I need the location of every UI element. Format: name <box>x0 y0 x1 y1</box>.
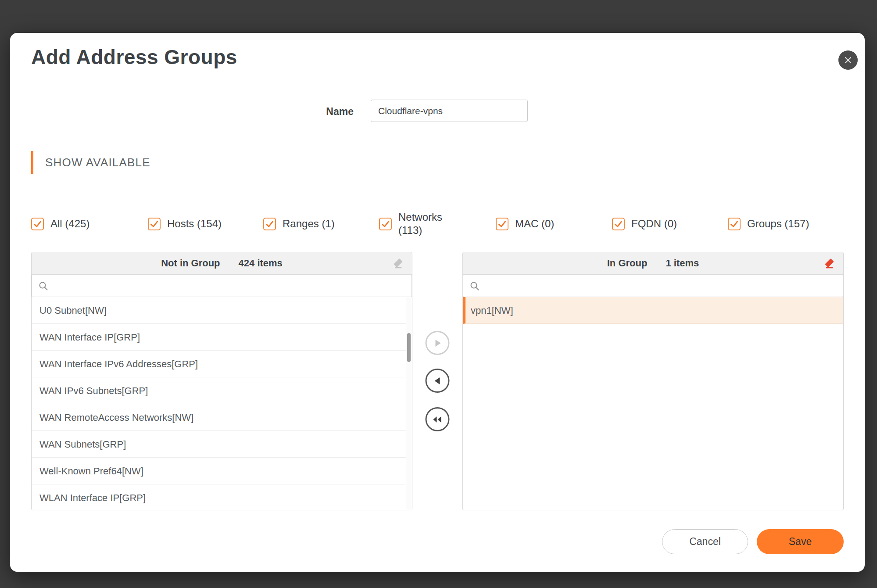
not-in-group-count: 424 items <box>239 258 283 269</box>
scrollbar-thumb[interactable] <box>407 333 411 362</box>
check-icon <box>381 219 390 229</box>
list-item[interactable]: WAN Subnets[GRP] <box>32 431 412 458</box>
filter-fqdn: FQDN (0) <box>612 208 677 239</box>
eraser-icon <box>823 257 835 269</box>
in-group-panel: In Group 1 items vpn1[NW] <box>462 252 844 510</box>
in-group-search <box>463 275 843 297</box>
filter-all: All (425) <box>31 208 89 239</box>
in-group-title: In Group <box>607 258 648 269</box>
in-group-header: In Group 1 items <box>463 252 843 275</box>
double-arrow-left-icon <box>432 415 443 424</box>
list-item[interactable]: WLAN Interface IP[GRP] <box>32 484 412 510</box>
checkbox-ranges[interactable] <box>263 218 276 230</box>
close-icon <box>844 56 852 64</box>
cancel-button[interactable]: Cancel <box>662 529 748 554</box>
not-in-group-panel: Not in Group 424 items U0 Subnet[NW] WAN… <box>31 252 412 510</box>
filter-hosts: Hosts (154) <box>148 208 222 239</box>
list-item[interactable]: WAN Interface IPv6 Addresses[GRP] <box>32 351 412 377</box>
show-available-label: SHOW AVAILABLE <box>45 156 150 169</box>
move-left-button[interactable] <box>426 369 450 393</box>
not-in-group-search-input[interactable] <box>53 275 405 297</box>
checkbox-mac[interactable] <box>496 218 508 230</box>
list-item[interactable]: U0 Subnet[NW] <box>32 297 412 324</box>
filter-networks-label: Networks (113) <box>398 211 449 237</box>
checkbox-networks[interactable] <box>379 218 392 230</box>
add-address-groups-dialog: Add Address Groups Name SHOW AVAILABLE A… <box>10 33 865 572</box>
list-item[interactable]: Well-Known Pref64[NW] <box>32 458 412 484</box>
move-right-button[interactable] <box>426 331 450 355</box>
filter-mac: MAC (0) <box>496 208 554 239</box>
list-item[interactable]: WAN IPv6 Subnets[GRP] <box>32 377 412 404</box>
check-icon <box>498 219 507 229</box>
show-available-header: SHOW AVAILABLE <box>31 151 150 174</box>
not-in-group-header: Not in Group 424 items <box>32 252 412 275</box>
check-icon <box>265 219 274 229</box>
move-all-left-button[interactable] <box>426 407 450 431</box>
not-in-group-title: Not in Group <box>161 258 220 269</box>
arrow-right-icon <box>433 338 442 348</box>
checkbox-all[interactable] <box>31 218 44 230</box>
filter-mac-label: MAC (0) <box>515 218 554 230</box>
transfer-controls <box>412 252 462 510</box>
filter-ranges-label: Ranges (1) <box>283 218 335 230</box>
search-icon <box>469 281 480 291</box>
filter-fqdn-label: FQDN (0) <box>631 218 677 230</box>
filter-ranges: Ranges (1) <box>263 208 335 239</box>
filter-groups: Groups (157) <box>728 208 809 239</box>
check-icon <box>33 219 42 229</box>
check-icon <box>614 219 623 229</box>
arrow-left-icon <box>433 376 442 386</box>
in-group-count: 1 items <box>666 258 699 269</box>
in-group-search-input[interactable] <box>484 275 837 297</box>
search-icon <box>38 281 49 291</box>
not-in-group-list: U0 Subnet[NW] WAN Interface IP[GRP] WAN … <box>32 297 412 510</box>
save-button[interactable]: Save <box>757 529 844 554</box>
filter-networks: Networks (113) <box>379 208 449 239</box>
filter-hosts-label: Hosts (154) <box>167 218 222 230</box>
check-icon <box>150 219 159 229</box>
checkbox-hosts[interactable] <box>148 218 161 230</box>
eraser-icon <box>392 257 404 269</box>
name-input[interactable] <box>371 100 528 122</box>
name-label: Name <box>266 106 354 118</box>
checkbox-groups[interactable] <box>728 218 741 230</box>
clear-not-in-group-button[interactable] <box>391 256 405 270</box>
filter-row: All (425) Hosts (154) Ranges (1) Network… <box>10 208 865 239</box>
checkbox-fqdn[interactable] <box>612 218 625 230</box>
list-item[interactable]: WAN RemoteAccess Networks[NW] <box>32 404 412 431</box>
check-icon <box>730 219 739 229</box>
not-in-group-search <box>32 275 412 297</box>
close-button[interactable] <box>838 50 858 70</box>
filter-groups-label: Groups (157) <box>747 218 809 230</box>
filter-all-label: All (425) <box>50 218 89 230</box>
dialog-title: Add Address Groups <box>31 45 237 69</box>
clear-in-group-button[interactable] <box>822 256 836 270</box>
scrollbar-track[interactable] <box>406 297 412 510</box>
in-group-list: vpn1[NW] <box>463 297 843 510</box>
list-item[interactable]: WAN Interface IP[GRP] <box>32 324 412 351</box>
list-item-selected[interactable]: vpn1[NW] <box>463 297 843 324</box>
